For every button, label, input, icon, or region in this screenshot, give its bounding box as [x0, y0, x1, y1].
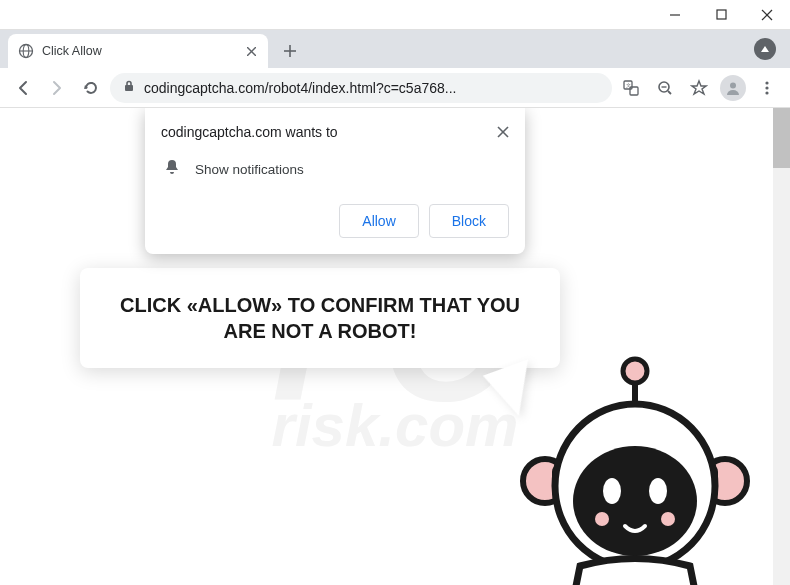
window-titlebar: [0, 0, 790, 30]
dialog-title: codingcaptcha.com wants to: [161, 124, 338, 140]
tab-strip: Click Allow: [0, 30, 790, 68]
notification-permission-dialog: codingcaptcha.com wants to Show notifica…: [145, 108, 525, 254]
svg-rect-1: [717, 10, 726, 19]
svg-point-31: [573, 446, 697, 556]
svg-point-35: [661, 512, 675, 526]
scrollbar-thumb[interactable]: [773, 108, 790, 168]
window-close-button[interactable]: [744, 0, 790, 30]
svg-point-34: [595, 512, 609, 526]
vertical-scrollbar[interactable]: [773, 108, 790, 585]
svg-text:文: 文: [626, 82, 631, 88]
window-minimize-button[interactable]: [652, 0, 698, 30]
speech-text: CLICK «ALLOW» TO CONFIRM THAT YOU ARE NO…: [100, 292, 540, 344]
svg-line-18: [668, 91, 671, 94]
svg-point-24: [623, 359, 647, 383]
svg-point-23: [765, 91, 768, 94]
allow-button[interactable]: Allow: [339, 204, 418, 238]
browser-tab[interactable]: Click Allow: [8, 34, 268, 68]
tab-close-button[interactable]: [245, 41, 258, 61]
permission-label: Show notifications: [195, 162, 304, 177]
window-maximize-button[interactable]: [698, 0, 744, 30]
url-text: codingcaptcha.com/robot4/index.html?c=c5…: [144, 80, 600, 96]
page-content: PC risk.com CLICK «ALLOW» TO CONFIRM THA…: [0, 108, 790, 585]
translate-icon[interactable]: 文: [616, 73, 646, 103]
lock-icon: [122, 79, 136, 96]
globe-icon: [18, 43, 34, 59]
dialog-close-button[interactable]: [497, 124, 509, 142]
menu-button[interactable]: [752, 73, 782, 103]
profile-avatar[interactable]: [718, 73, 748, 103]
robot-illustration: [510, 351, 760, 585]
svg-point-33: [649, 478, 667, 504]
watermark-small: risk.com: [272, 391, 519, 460]
tab-title: Click Allow: [42, 44, 237, 58]
speech-bubble: CLICK «ALLOW» TO CONFIRM THAT YOU ARE NO…: [80, 268, 560, 368]
back-button[interactable]: [8, 73, 38, 103]
zoom-icon[interactable]: [650, 73, 680, 103]
bookmark-icon[interactable]: [684, 73, 714, 103]
reload-button[interactable]: [76, 73, 106, 103]
svg-marker-11: [761, 46, 769, 52]
svg-point-22: [765, 86, 768, 89]
forward-button[interactable]: [42, 73, 72, 103]
svg-point-32: [603, 478, 621, 504]
browser-toolbar: codingcaptcha.com/robot4/index.html?c=c5…: [0, 68, 790, 108]
new-tab-button[interactable]: [276, 37, 304, 65]
block-button[interactable]: Block: [429, 204, 509, 238]
address-bar[interactable]: codingcaptcha.com/robot4/index.html?c=c5…: [110, 73, 612, 103]
svg-rect-15: [630, 87, 638, 95]
bell-icon: [163, 158, 181, 180]
svg-point-20: [730, 82, 736, 88]
svg-rect-13: [125, 85, 133, 91]
profile-indicator-icon[interactable]: [754, 38, 776, 60]
svg-point-21: [765, 81, 768, 84]
